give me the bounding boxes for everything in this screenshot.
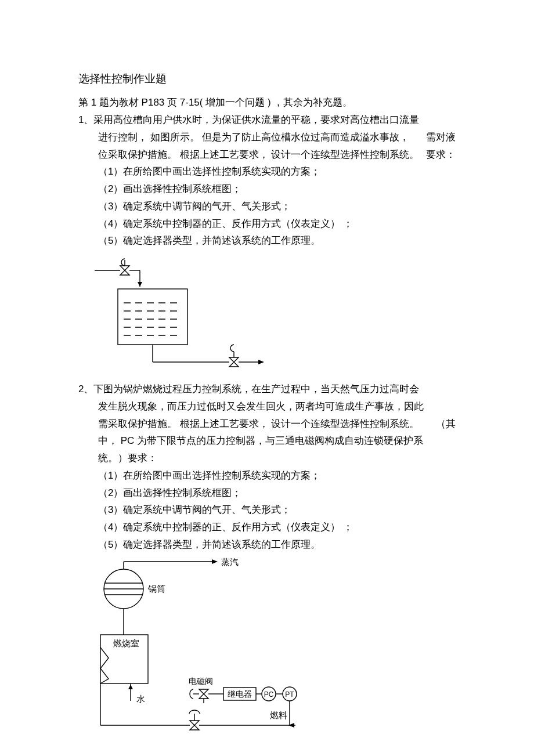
q2-body3: 需采取保护措施。 根据上述工艺要求， 设计一个连续型选择性控制系统。 [98,415,419,433]
fuel-label: 燃料 [270,710,287,720]
q1-line1: 1、采用高位槽向用户供水时，为保证供水流量的平稳，要求对高位槽出口流量 [78,111,456,129]
svg-marker-31 [190,721,199,730]
solenoid-label: 电磁阀 [189,677,213,686]
q2-number: 2、 [78,384,93,395]
svg-marker-28 [128,685,133,689]
drum-label: 锅筒 [147,584,165,594]
q1-body1: 采用高位槽向用户供水时，为保证供水流量的平稳，要求对高位槽出口流量 [93,114,419,125]
q2-body3-tail: （其 [436,415,456,433]
q2-line3: 需采取保护措施。 根据上述工艺要求， 设计一个连续型选择性控制系统。 （其 [78,415,456,433]
q1-body2-tail: 需对液 [426,129,456,146]
q2-sub1: （1）在所给图中画出选择性控制系统实现的方案； [78,467,456,484]
pc-label: PC [264,690,274,699]
question-1: 1、采用高位槽向用户供水时，为保证供水流量的平稳，要求对高位槽出口流量 进行控制… [78,111,456,249]
q2-line4: 中， PC 为带下限节点的压力控制器，与三通电磁阀构成自动连锁硬保护系 [78,432,456,450]
combustion-label: 燃烧室 [113,638,139,648]
svg-marker-14 [229,357,239,367]
relay-label: 继电器 [228,689,252,699]
assignment-title: 选择性控制作业题 [78,70,456,88]
q2-sub4: （4）确定系统中控制器的正、反作用方式（仪表定义） ； [78,519,456,536]
svg-marker-1 [120,266,129,275]
q1-body3-tail: 要求： [426,146,456,164]
q1-line2: 进行控制， 如图所示。 但是为了防止高位槽水位过高而造成溢水事故， 需对液 [78,129,456,146]
q2-sub3: （3）确定系统中调节阀的气开、气关形式； [78,501,456,519]
diagram-tank [95,253,456,372]
intro: 第 1 题为教材 P183 页 7-15( 增加一个问题 ) ，其余为补充题。 [78,94,456,111]
q2-sub5: （5）确定选择器类型，并简述该系统的工作原理。 [78,536,456,554]
q1-body3: 位采取保护措施。 根据上述工艺要求， 设计一个连续型选择性控制系统。 [98,146,419,164]
svg-marker-42 [199,689,208,699]
q2-line2: 发生脱火现象，而压力过低时又会发生回火，两者均可造成生产事故，因此 [78,398,456,415]
q1-sub3: （3）确定系统中调节阀的气开、气关形式； [78,198,456,215]
q2-body1: 下图为锅炉燃烧过程压力控制系统，在生产过程中，当天然气压力过高时会 [93,384,419,395]
water-label: 水 [136,694,145,704]
q1-sub4: （4）确定系统中控制器的正、反作用方式（仪表定义） ； [78,215,456,233]
q2-sub2: （2）画出选择性控制系统框图； [78,484,456,502]
pt-label: PT [285,690,294,699]
diagram-boiler: 蒸汽 锅筒 燃烧室 水 [95,557,456,737]
question-2: 2、下图为锅炉燃烧过程压力控制系统，在生产过程中，当天然气压力过高时会 发生脱火… [78,381,456,554]
svg-marker-24 [212,559,218,564]
q1-sub5: （5）确定选择器类型，并简述该系统的工作原理。 [78,232,456,249]
q1-sub1: （1）在所给图中画出选择性控制系统实现的方案； [78,163,456,180]
svg-marker-5 [138,282,142,287]
q1-sub2: （2）画出选择性控制系统框图； [78,180,456,198]
svg-marker-17 [258,360,264,364]
q2-line5: 统。）要求： [78,450,456,467]
steam-label: 蒸汽 [221,557,239,567]
svg-rect-6 [118,289,187,345]
q2-line1: 2、下图为锅炉燃烧过程压力控制系统，在生产过程中，当天然气压力过高时会 [78,381,456,398]
q1-body2: 进行控制， 如图所示。 但是为了防止高位槽水位过高而造成溢水事故， [98,129,409,146]
q1-line3: 位采取保护措施。 根据上述工艺要求， 设计一个连续型选择性控制系统。 要求： [78,146,456,164]
q1-number: 1、 [78,114,93,125]
